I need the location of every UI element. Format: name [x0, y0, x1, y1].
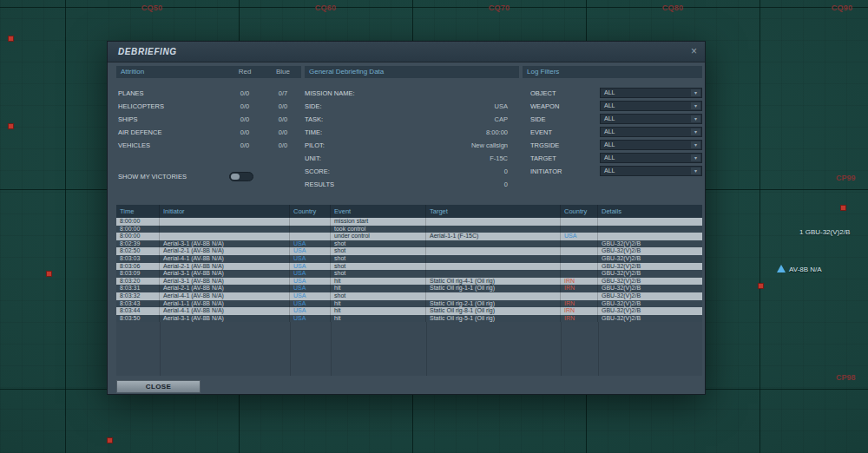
- log-cell-details: GBU-32(V)2/B: [598, 292, 702, 300]
- chevron-down-icon: ▾: [691, 115, 700, 122]
- filter-selected-value: ALL: [604, 154, 615, 161]
- log-cell-target: Static Oil rig-4-1 (Oil rig): [426, 278, 561, 286]
- log-cell-country2: IRN: [561, 278, 598, 286]
- hostile-unit-icon[interactable]: [8, 36, 14, 42]
- filter-dropdown[interactable]: ALL ▾: [600, 153, 702, 163]
- log-cell-country2: [561, 218, 598, 226]
- log-col-initiator: Initiator: [160, 205, 290, 218]
- chevron-down-icon: ▾: [691, 141, 700, 148]
- close-button[interactable]: CLOSE: [116, 380, 201, 393]
- general-field-value: 8:00:00: [486, 126, 508, 139]
- log-cell-country: USA: [290, 263, 331, 271]
- log-cell-country: USA: [290, 240, 331, 248]
- attrition-red-value: 0/0: [226, 87, 264, 100]
- log-cell-time: 8:03:32: [116, 292, 160, 300]
- log-row: 8:03:43 Aerial-1-1 (AV-8B N/A) USA hit S…: [116, 300, 702, 308]
- log-cell-details: GBU-32(V)2/B: [598, 307, 702, 315]
- log-row: 8:03:03 Aerial-4-1 (AV-8B N/A) USA shot …: [116, 255, 702, 263]
- hostile-unit-icon[interactable]: [8, 123, 14, 129]
- filter-dropdown[interactable]: ALL ▾: [600, 88, 702, 98]
- general-field-label: SIDE:: [305, 100, 322, 113]
- log-col-details: Details: [598, 205, 702, 218]
- filter-row: INITIATOR ALL ▾: [523, 165, 702, 178]
- filter-dropdown[interactable]: ALL ▾: [600, 127, 702, 137]
- log-cell-country2: USA: [561, 233, 598, 240]
- log-row: 8:03:32 Aerial-4-1 (AV-8B N/A) USA shot …: [116, 292, 702, 300]
- log-cell-country2: [561, 247, 598, 255]
- log-filters-list: OBJECT ALL ▾ WEAPON ALL ▾ SIDE ALL ▾: [523, 87, 702, 178]
- log-cell-country: [290, 218, 331, 226]
- log-cell-event: hit: [331, 307, 426, 315]
- attrition-row-label: VEHICLES: [118, 139, 150, 152]
- log-cell-details: GBU-32(V)2/B: [598, 270, 702, 278]
- log-cell-details: GBU-32(V)2/B: [598, 278, 702, 286]
- general-field-value: 0: [504, 178, 508, 191]
- log-cell-initiator: Aerial-2-1 (AV-8B N/A): [160, 263, 290, 271]
- filter-row: TRGSIDE ALL ▾: [523, 139, 702, 152]
- filter-row: WEAPON ALL ▾: [523, 100, 702, 113]
- filter-selected-value: ALL: [604, 167, 615, 174]
- log-cell-event: shot: [331, 240, 426, 248]
- log-cell-details: GBU-32(V)2/B: [598, 263, 702, 271]
- log-cell-country2: [561, 240, 598, 248]
- filter-dropdown[interactable]: ALL ▾: [600, 101, 702, 111]
- toggle-knob: [231, 174, 240, 180]
- filter-row: OBJECT ALL ▾: [523, 87, 702, 100]
- hostile-unit-icon[interactable]: [107, 437, 113, 443]
- filter-dropdown[interactable]: ALL ▾: [600, 140, 702, 150]
- grid-cell-label: CQ70: [489, 3, 510, 12]
- log-cell-target: [426, 226, 561, 233]
- attrition-row-label: SHIPS: [118, 113, 138, 126]
- general-field-row: SCORE: 0: [305, 165, 518, 178]
- show-victories-toggle[interactable]: [229, 172, 253, 181]
- log-cell-details: GBU-32(V)2/B: [598, 247, 702, 255]
- filter-dropdown[interactable]: ALL ▾: [600, 114, 702, 124]
- hostile-unit-icon[interactable]: [758, 283, 764, 289]
- log-cell-country: USA: [290, 270, 331, 278]
- log-row: 8:03:20 Aerial-3-1 (AV-8B N/A) USA hit S…: [116, 278, 702, 286]
- attrition-blue-value: 0/0: [264, 139, 302, 152]
- general-field-label: SCORE:: [305, 165, 330, 178]
- log-cell-time: 8:03:03: [116, 255, 160, 263]
- general-header-label: General Debriefing Data: [309, 68, 384, 76]
- filter-dropdown[interactable]: ALL ▾: [600, 166, 702, 176]
- log-row: 8:02:50 Aerial-2-1 (AV-8B N/A) USA shot …: [116, 247, 702, 255]
- log-cell-event: shot: [331, 263, 426, 271]
- log-cell-target: Aerial-1-1 (F-15C): [426, 233, 561, 240]
- log-cell-details: GBU-32(V)2/B: [598, 315, 702, 323]
- log-cell-time: 8:03:20: [116, 278, 160, 286]
- hostile-unit-icon[interactable]: [840, 205, 846, 211]
- log-cell-country: USA: [290, 300, 331, 308]
- log-header-row: Time Initiator Country Event Target Coun…: [116, 205, 702, 218]
- general-field-row: MISSION NAME:: [305, 87, 518, 100]
- attrition-blue-value: 0/0: [264, 126, 302, 139]
- filters-section-header: Log Filters: [523, 66, 702, 78]
- chevron-down-icon: ▾: [691, 89, 700, 96]
- dialog-title-bar[interactable]: DEBRIEFING ×: [108, 42, 705, 62]
- general-field-label: TIME:: [305, 126, 322, 139]
- log-cell-initiator: Aerial-4-1 (AV-8B N/A): [160, 292, 290, 300]
- log-row: 8:03:31 Aerial-2-1 (AV-8B N/A) USA hit S…: [116, 285, 702, 292]
- log-rows: 8:00:00 mission start 8:00:00 took contr…: [116, 218, 702, 322]
- filter-label: EVENT: [530, 126, 552, 139]
- hostile-unit-icon[interactable]: [46, 271, 52, 277]
- close-icon[interactable]: ×: [691, 42, 697, 62]
- general-field-label: TASK:: [305, 113, 323, 126]
- log-cell-time: 8:03:50: [116, 315, 160, 323]
- friendly-aircraft-icon[interactable]: [777, 265, 786, 272]
- log-cell-country2: [561, 270, 598, 278]
- log-cell-target: [426, 247, 561, 255]
- log-row: 8:00:00 under control Aerial-1-1 (F-15C)…: [116, 233, 702, 240]
- attrition-red-value: 0/0: [226, 139, 264, 152]
- log-cell-time: 8:03:31: [116, 285, 160, 292]
- log-cell-country: USA: [290, 278, 331, 286]
- log-row: 8:03:50 Aerial-3-1 (AV-8B N/A) USA hit S…: [116, 315, 702, 323]
- log-cell-country2: [561, 226, 598, 233]
- log-cell-details: [598, 226, 702, 233]
- grid-cell-label: CQ90: [832, 3, 853, 12]
- attrition-red-value: 0/0: [226, 100, 264, 113]
- log-row: 8:02:39 Aerial-3-1 (AV-8B N/A) USA shot …: [116, 240, 702, 248]
- dialog-title: DEBRIEFING: [118, 42, 177, 62]
- log-cell-details: GBU-32(V)2/B: [598, 285, 702, 292]
- log-cell-event: hit: [331, 278, 426, 286]
